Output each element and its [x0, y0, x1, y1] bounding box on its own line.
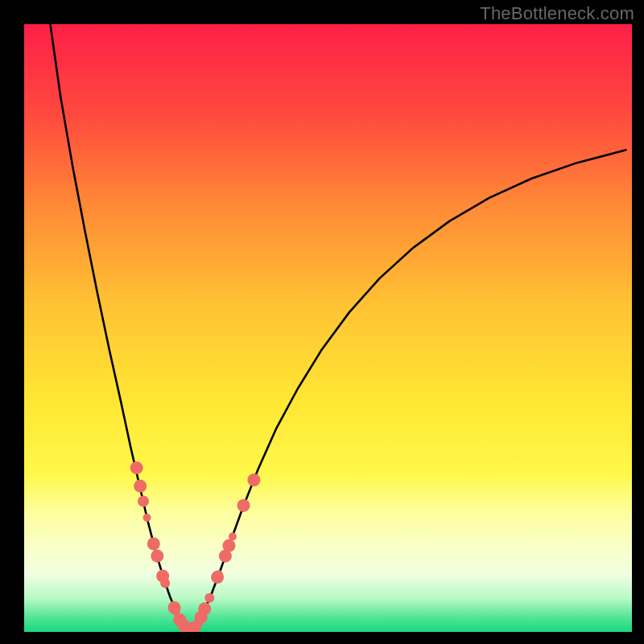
plot-background: [24, 24, 632, 632]
scatter-dot: [147, 538, 160, 551]
scatter-dot: [198, 602, 211, 615]
scatter-dot: [160, 579, 170, 588]
scatter-dot: [237, 499, 250, 512]
scatter-dot: [247, 473, 260, 486]
chart-frame: TheBottleneck.com: [0, 0, 644, 644]
scatter-dot: [229, 532, 237, 540]
scatter-dot: [134, 480, 147, 493]
watermark-label: TheBottleneck.com: [480, 3, 634, 24]
scatter-dot: [222, 539, 235, 552]
scatter-dot: [138, 496, 149, 507]
scatter-dot: [204, 593, 214, 603]
scatter-dot: [151, 550, 163, 563]
scatter-dot: [215, 570, 223, 578]
scatter-dot: [143, 514, 151, 522]
scatter-dot: [130, 461, 143, 474]
chart-plot: [24, 24, 632, 632]
